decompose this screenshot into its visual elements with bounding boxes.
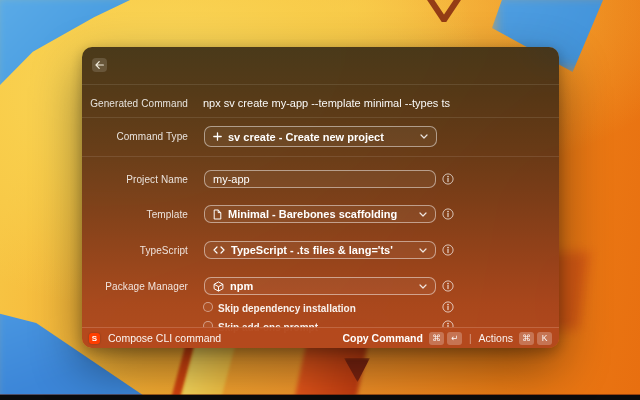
divider: [82, 156, 559, 157]
typescript-value: TypeScript - .ts files & lang='ts': [231, 244, 393, 256]
project-name-value: my-app: [213, 173, 250, 185]
screen-bottom-bar: [0, 395, 640, 400]
footer-actions: Copy Command ⌘ ↵ | Actions ⌘ K: [342, 332, 552, 345]
package-manager-label: Package Manager: [82, 281, 188, 292]
info-icon[interactable]: [442, 301, 454, 313]
footer-separator: |: [469, 333, 472, 344]
info-icon[interactable]: [442, 280, 454, 292]
k-key-badge: K: [537, 332, 552, 345]
command-type-label: Command Type: [82, 131, 188, 142]
left-arrow-icon: [95, 61, 104, 69]
template-label: Template: [82, 209, 188, 220]
chevron-down-icon: [419, 284, 427, 289]
divider: [82, 117, 559, 118]
cmd-key-badge: ⌘: [429, 332, 444, 345]
template-value: Minimal - Barebones scaffolding: [228, 208, 397, 220]
code-icon: [213, 246, 225, 254]
skip-dependency-label: Skip dependency installation: [218, 303, 356, 314]
info-icon[interactable]: [442, 208, 454, 220]
typescript-label: TypeScript: [82, 245, 188, 256]
window-footer: S Compose CLI command Copy Command ⌘ ↵ |…: [82, 327, 559, 348]
footer-app-label: Compose CLI command: [108, 332, 221, 344]
back-button[interactable]: [92, 58, 107, 72]
project-name-input[interactable]: my-app: [204, 170, 436, 188]
cmd-key-badge: ⌘: [519, 332, 534, 345]
typescript-select[interactable]: TypeScript - .ts files & lang='ts': [204, 241, 436, 259]
package-icon: [213, 281, 224, 292]
compose-cli-window: Generated Command npx sv create my-app -…: [82, 47, 559, 348]
divider: [82, 84, 559, 85]
chevron-down-icon: [420, 134, 428, 139]
generated-command-label: Generated Command: [82, 98, 188, 109]
project-name-label: Project Name: [82, 174, 188, 185]
info-icon[interactable]: [442, 173, 454, 185]
chevron-down-icon: [419, 212, 427, 217]
command-type-value: sv create - Create new project: [228, 131, 384, 143]
wallpaper-dark-fold: [424, 0, 464, 22]
svelte-logo-icon: S: [89, 333, 100, 344]
command-type-select[interactable]: sv create - Create new project: [204, 126, 437, 147]
actions-button[interactable]: Actions: [479, 332, 513, 344]
package-manager-select[interactable]: npm: [204, 277, 436, 295]
file-icon: [213, 209, 222, 220]
enter-key-badge: ↵: [447, 332, 462, 345]
skip-dependency-checkbox[interactable]: [203, 302, 213, 312]
generated-command-value: npx sv create my-app --template minimal …: [203, 97, 450, 109]
info-icon[interactable]: [442, 244, 454, 256]
template-select[interactable]: Minimal - Barebones scaffolding: [204, 205, 436, 223]
chevron-down-icon: [419, 248, 427, 253]
plus-icon: [213, 132, 222, 141]
copy-command-button[interactable]: Copy Command: [342, 332, 423, 344]
package-manager-value: npm: [230, 280, 253, 292]
